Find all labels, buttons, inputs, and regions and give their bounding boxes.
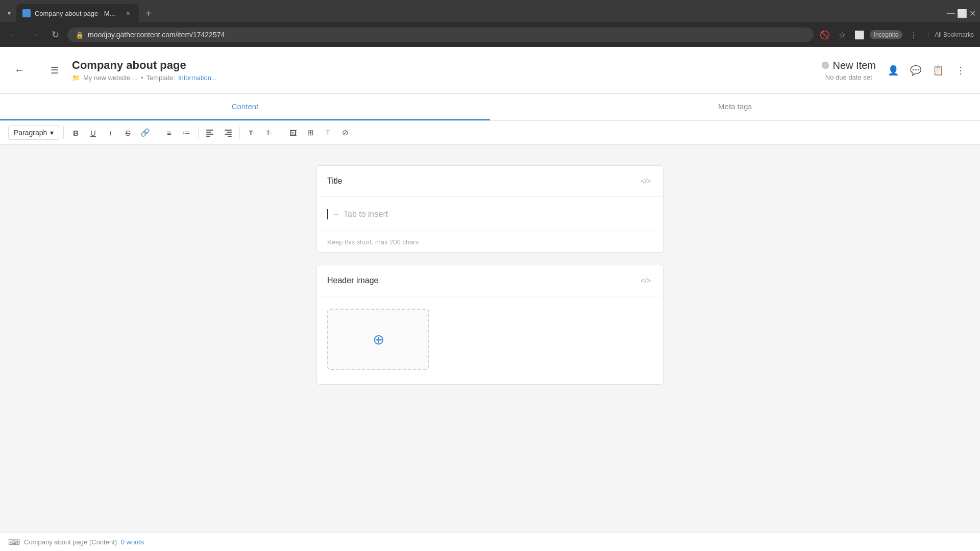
tab-to-insert-placeholder: Tab to insert (344, 210, 388, 219)
browser-tab[interactable]: Company about page - My ne… × (16, 4, 139, 22)
image-button[interactable]: 🖼 (285, 125, 301, 140)
comment-action-button[interactable]: 💬 (906, 61, 925, 80)
meta-separator: • (141, 74, 143, 82)
svg-rect-5 (227, 132, 232, 133)
new-tab-button[interactable]: + (141, 6, 156, 21)
comment-icon: 💬 (910, 65, 921, 76)
svg-rect-6 (225, 134, 232, 135)
svg-rect-0 (206, 130, 213, 131)
tabs-bar: Content Meta tags (0, 94, 980, 121)
text-cursor (327, 209, 328, 219)
toolbar-divider-2 (157, 127, 157, 139)
format-select-label: Paragraph (14, 129, 47, 137)
status-bar: ⌨ Company about page (Content): 0 words (0, 533, 980, 551)
keyboard-icon: ⌨ (8, 537, 20, 547)
svg-rect-7 (228, 136, 232, 137)
header-image-card: Header image </> ⊕ (316, 265, 664, 385)
status-bar-text: Company about page (Content): (24, 538, 119, 546)
eye-off-icon[interactable]: 🚫 (818, 28, 832, 42)
bold-button[interactable]: B (68, 125, 83, 140)
status-bar-word-count: 0 words (121, 538, 144, 546)
svg-rect-4 (225, 130, 232, 131)
tab-title: Company about page - My ne… (35, 10, 119, 17)
template-link[interactable]: Information... (178, 74, 217, 82)
title-card-label: Title (327, 177, 342, 186)
header-actions: 👤 💬 📋 ⋮ (884, 61, 970, 80)
title-card-body[interactable]: → Tab to insert (317, 197, 663, 232)
align-left-button[interactable] (203, 125, 218, 140)
address-text: moodjoy.gathercontent.com/item/17422574 (88, 31, 805, 39)
incognito-badge: Incognito (870, 30, 903, 39)
tab-arrow-icon: → (332, 210, 339, 218)
text-size-down-button[interactable]: T↓ (261, 125, 277, 140)
image-upload-area[interactable]: ⊕ (327, 309, 429, 370)
format-dropdown-icon: ▾ (50, 129, 54, 137)
tab-meta-tags[interactable]: Meta tags (490, 94, 980, 120)
sidebar-icon[interactable]: ⬜ (852, 28, 867, 42)
header-divider (37, 60, 37, 81)
clear-format-button[interactable]: ⊘ (337, 125, 353, 140)
svg-rect-3 (206, 136, 210, 137)
image-upload-icon: ⊕ (373, 331, 384, 348)
text-format-button[interactable]: T (320, 125, 335, 140)
user-action-button[interactable]: 👤 (884, 61, 902, 80)
back-button[interactable]: ← (10, 61, 29, 80)
user-icon: 👤 (888, 65, 899, 76)
status-label: New Item (833, 60, 876, 71)
tab-content[interactable]: Content (0, 94, 490, 120)
toolbar-divider-5 (281, 127, 281, 139)
title-input-area[interactable]: → Tab to insert (327, 205, 653, 223)
template-label: Template: (146, 74, 175, 82)
strikethrough-button[interactable]: S (120, 125, 135, 140)
title-card: Title </> → Tab to insert Keep this shor… (316, 165, 664, 253)
app-header: ← ☰ Company about page 📁 My new website … (0, 47, 980, 94)
title-card-hint: Keep this short, max 200 chars (317, 232, 663, 252)
italic-button[interactable]: I (103, 125, 118, 140)
title-card-code-button[interactable]: </> (639, 174, 653, 188)
main-content: Title </> → Tab to insert Keep this shor… (0, 145, 980, 533)
status-dot (822, 62, 829, 69)
lock-icon: 🔒 (76, 31, 84, 39)
address-bar[interactable]: 🔒 moodjoy.gathercontent.com/item/1742257… (67, 28, 814, 42)
header-image-card-header: Header image </> (317, 265, 663, 296)
tab-close-button[interactable]: × (124, 9, 133, 18)
format-select[interactable]: Paragraph ▾ (8, 126, 59, 140)
bookmarks-bar-label: All Bookmarks (935, 31, 974, 38)
more-icon: ⋮ (956, 65, 965, 76)
underline-button[interactable]: U (85, 125, 101, 140)
svg-rect-2 (206, 134, 213, 135)
header-meta: 📁 My new website ... • Template: Informa… (72, 74, 814, 82)
back-nav-button[interactable]: ← (6, 27, 22, 43)
folder-icon: 📁 (72, 74, 80, 82)
folder-label: My new website ... (83, 74, 138, 82)
svg-rect-1 (206, 132, 211, 133)
ordered-list-button[interactable]: ≔ (179, 125, 194, 140)
header-image-card-code-button[interactable]: </> (639, 273, 653, 288)
align-right-button[interactable] (220, 125, 235, 140)
menu-button[interactable]: ☰ (45, 61, 64, 80)
bookmark-icon[interactable]: ☆ (835, 28, 849, 42)
link-button[interactable]: 🔗 (137, 125, 153, 140)
forward-nav-button[interactable]: → (27, 27, 43, 43)
bullet-list-button[interactable]: ≡ (161, 125, 177, 140)
header-status: New Item No due date set (822, 60, 876, 81)
clipboard-action-button[interactable]: 📋 (929, 61, 947, 80)
toolbar-divider-4 (239, 127, 240, 139)
toolbar: Paragraph ▾ B U I S 🔗 ≡ ≔ T↑ T↓ 🖼 ⊞ T ⊘ (0, 121, 980, 145)
tab-favicon (22, 9, 31, 17)
header-info: Company about page 📁 My new website ... … (72, 59, 814, 82)
toolbar-divider-3 (198, 127, 199, 139)
text-size-up-button[interactable]: T↑ (244, 125, 259, 140)
page-title: Company about page (72, 59, 814, 72)
refresh-nav-button[interactable]: ↻ (47, 27, 63, 43)
header-image-card-label: Header image (327, 276, 379, 285)
table-button[interactable]: ⊞ (303, 125, 318, 140)
header-image-card-body: ⊕ (317, 296, 663, 384)
toolbar-divider-1 (63, 127, 64, 139)
title-card-header: Title </> (317, 166, 663, 197)
clipboard-icon: 📋 (933, 65, 944, 76)
due-date: No due date set (825, 73, 872, 81)
more-action-button[interactable]: ⋮ (951, 61, 970, 80)
